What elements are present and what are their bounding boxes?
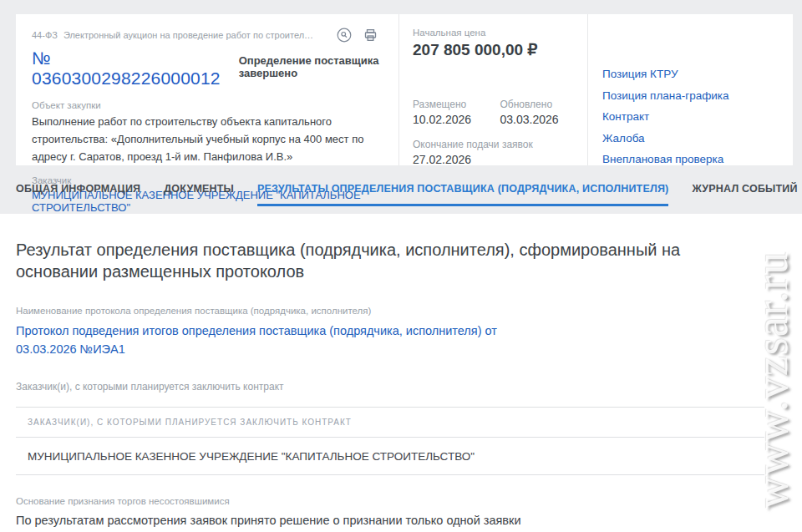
deadline-date: 27.02.2026 [413, 153, 587, 166]
object-label: Объект закупки [32, 100, 398, 110]
tab-event-log[interactable]: ЖУРНАЛ СОБЫТИЙ [692, 183, 797, 206]
updated-date: 03.03.2026 [500, 113, 588, 126]
tab-supplier-results[interactable]: РЕЗУЛЬТАТЫ ОПРЕДЕЛЕНИЯ ПОСТАВЩИКА (ПОДРЯ… [257, 183, 668, 206]
placed-date: 10.02.2026 [413, 113, 500, 126]
tab-general-info[interactable]: ОБЩАЯ ИНФОРМАЦИЯ [16, 183, 140, 206]
deadline-label: Окончание подачи заявок [413, 139, 587, 150]
page-title: Результат определения поставщика (подряд… [16, 239, 751, 283]
updated-label: Обновлено [500, 99, 588, 110]
customers-table: ЗАКАЗЧИК(И), С КОТОРЫМИ ПЛАНИРУЕТСЯ ЗАКЛ… [16, 407, 764, 475]
table-row: МУНИЦИПАЛЬНОЕ КАЗЕННОЕ УЧРЕЖДЕНИЕ "КАПИТ… [16, 438, 764, 475]
customers-section-label: Заказчик(и), с которыми планируется закл… [16, 381, 769, 393]
deadline-block: Окончание подачи заявок 27.02.2026 [413, 139, 587, 166]
notice-number-row: № 0360300298226000012 Определение постав… [32, 48, 398, 89]
notice-summary-section: 44-ФЗ Электронный аукцион на проведение … [0, 0, 802, 214]
link-complaint[interactable]: Жалоба [602, 132, 793, 144]
basis-label: Основание признания торгов несостоявшими… [16, 496, 769, 506]
price-value: 207 805 000,00 ₽ [413, 40, 587, 59]
notice-card: 44-ФЗ Электронный аукцион на проведение … [16, 14, 793, 165]
status-badge: Определение поставщика завершено [239, 54, 398, 79]
results-content: Результат определения поставщика (подряд… [0, 214, 802, 532]
print-icon[interactable] [363, 28, 378, 42]
basis-block: Основание признания торгов несостоявшими… [16, 496, 769, 532]
basis-text: По результатам рассмотрения заявок приня… [16, 512, 542, 532]
link-plan-schedule-position[interactable]: Позиция плана-графика [602, 89, 793, 102]
notice-meta-row: 44-ФЗ Электронный аукцион на проведение … [32, 28, 399, 43]
notice-number-link[interactable]: № 0360300298226000012 [32, 48, 221, 89]
updated-date-block: Обновлено 03.03.2026 [500, 99, 588, 126]
price-label: Начальная цена [413, 28, 587, 38]
placed-date-block: Размещено 10.02.2026 [413, 99, 500, 126]
link-ktru-position[interactable]: Позиция КТРУ [602, 68, 793, 80]
dates-row: Размещено 10.02.2026 Обновлено 03.03.202… [413, 99, 587, 126]
customers-table-header: ЗАКАЗЧИК(И), С КОТОРЫМИ ПЛАНИРУЕТСЯ ЗАКЛ… [16, 407, 764, 438]
price-column: Начальная цена 207 805 000,00 ₽ Размещен… [398, 14, 587, 165]
notice-main-column: 44-ФЗ Электронный аукцион на проведение … [16, 14, 398, 165]
quick-view-icon[interactable] [337, 28, 352, 43]
link-unscheduled-inspection[interactable]: Внеплановая проверка [602, 153, 793, 165]
notice-actions [337, 28, 399, 43]
link-contract[interactable]: Контракт [602, 110, 793, 123]
procurement-method: Электронный аукцион на проведение работ … [63, 30, 314, 40]
tab-bar: ОБЩАЯ ИНФОРМАЦИЯ ДОКУМЕНТЫ РЕЗУЛЬТАТЫ ОП… [16, 183, 802, 206]
tab-documents[interactable]: ДОКУМЕНТЫ [164, 183, 234, 206]
protocol-link[interactable]: Протокол подведения итогов определения п… [16, 322, 551, 359]
object-text: Выполнение работ по строительству объект… [32, 114, 399, 165]
related-links-column: Позиция КТРУ Позиция плана-графика Контр… [587, 14, 793, 165]
law-badge: 44-ФЗ [32, 30, 58, 40]
placed-label: Размещено [413, 99, 500, 110]
protocol-name-label: Наименование протокола определения поста… [16, 306, 769, 316]
